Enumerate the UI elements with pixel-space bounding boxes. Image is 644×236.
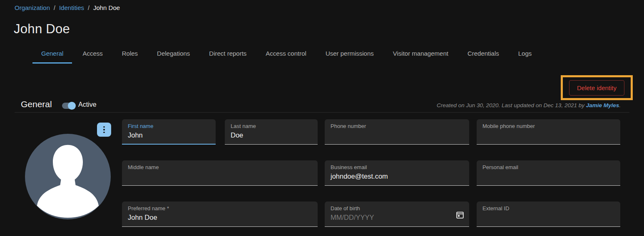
field-label: Personal email (482, 164, 614, 170)
breadcrumb-current: John Doe (93, 4, 120, 11)
active-toggle-label: Active (78, 101, 97, 108)
breadcrumb: Organization / Identities / John Doe (15, 4, 120, 11)
field-label: Business email (331, 164, 463, 170)
tab-user-permissions[interactable]: User permissions (317, 46, 383, 64)
last-name-field[interactable]: Last name Doe (225, 119, 318, 145)
date-picker-button[interactable] (455, 210, 465, 219)
annotation-highlight-box: Delete identity (561, 75, 633, 100)
field-value: John (128, 131, 210, 139)
delete-identity-button[interactable]: Delete identity (569, 80, 624, 96)
page-title: John Doe (14, 22, 70, 37)
updated-by-link[interactable]: Jamie Myles (586, 102, 619, 108)
date-of-birth-field[interactable]: Date of birth MM/DD/YYYY (325, 202, 469, 227)
avatar (25, 134, 111, 219)
first-name-field[interactable]: First name John (122, 119, 216, 145)
mobile-phone-field[interactable]: Mobile phone number (477, 119, 620, 145)
field-label: Preferred name * (128, 205, 312, 211)
preferred-name-field[interactable]: Preferred name * John Doe (122, 202, 318, 227)
field-label: Date of birth (331, 205, 463, 211)
toggle-knob (68, 102, 76, 110)
breadcrumb-organization[interactable]: Organization (15, 4, 50, 11)
kebab-vertical-icon (103, 126, 105, 133)
breadcrumb-identities[interactable]: Identities (59, 4, 84, 11)
meta-text: Created on Jun 30, 2020. Last updated on… (437, 102, 586, 108)
field-label: Last name (231, 123, 312, 129)
breadcrumb-separator: / (54, 5, 55, 11)
tab-roles[interactable]: Roles (113, 46, 147, 64)
field-value: John Doe (128, 214, 312, 221)
field-value: Doe (231, 131, 312, 139)
field-value: johndoe@test.com (331, 172, 463, 180)
business-email-field[interactable]: Business email johndoe@test.com (325, 160, 469, 186)
tab-logs[interactable]: Logs (510, 46, 541, 64)
tab-direct-reports[interactable]: Direct reports (200, 46, 255, 64)
field-label: Phone number (331, 123, 463, 129)
external-id-field[interactable]: External ID (477, 202, 620, 227)
tab-visitor-management[interactable]: Visitor management (384, 46, 457, 64)
tab-access[interactable]: Access (74, 46, 111, 64)
breadcrumb-separator: / (88, 5, 90, 11)
section-title: General (21, 99, 52, 109)
personal-email-field[interactable]: Personal email (477, 160, 620, 186)
record-meta: Created on Jun 30, 2020. Last updated on… (437, 102, 621, 108)
identity-detail-page: Organization / Identities / John Doe Joh… (0, 0, 644, 236)
person-silhouette-icon (25, 134, 111, 219)
meta-suffix: . (619, 102, 621, 108)
field-label: Mobile phone number (482, 123, 614, 129)
field-label: External ID (482, 205, 614, 211)
tab-access-control[interactable]: Access control (257, 46, 315, 64)
field-label: Middle name (128, 164, 312, 170)
calendar-icon (455, 210, 465, 219)
active-toggle[interactable] (62, 103, 75, 109)
tab-credentials[interactable]: Credentials (459, 46, 508, 64)
middle-name-field[interactable]: Middle name (122, 160, 318, 186)
tab-delegations[interactable]: Delegations (148, 46, 199, 64)
field-placeholder: MM/DD/YYYY (331, 214, 463, 221)
tab-bar: General Access Roles Delegations Direct … (32, 46, 540, 64)
section-divider (15, 112, 629, 113)
avatar-menu-button[interactable] (97, 123, 111, 137)
tab-general[interactable]: General (32, 46, 72, 64)
phone-number-field[interactable]: Phone number (325, 119, 469, 145)
field-label: First name (128, 123, 210, 129)
